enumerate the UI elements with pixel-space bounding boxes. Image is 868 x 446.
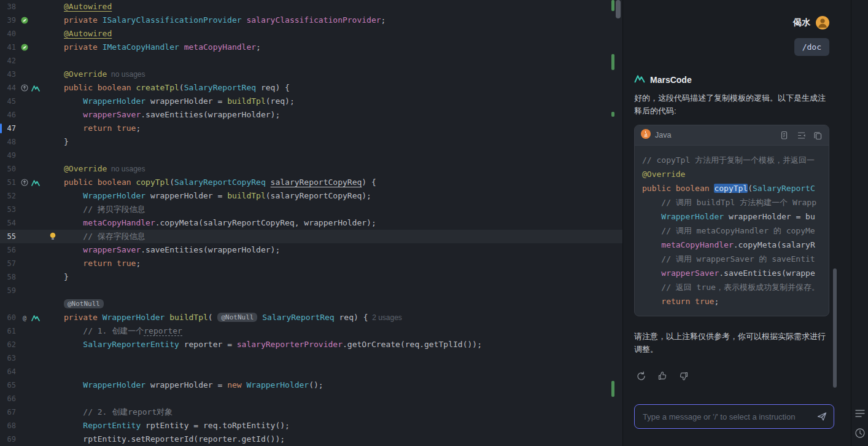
line-number[interactable]: 52 [0,189,16,203]
line-number[interactable]: 54 [0,216,16,230]
line-number[interactable] [0,297,16,311]
line-number[interactable]: 50 [0,162,16,176]
insert-code-icon[interactable] [797,131,806,140]
line-number[interactable]: 51 [0,176,16,189]
editor-line[interactable]: 48} [0,135,622,149]
spring-bean-icon[interactable] [21,44,28,51]
editor-line[interactable]: 46 wrapperSaver.saveEntities(wrapperHold… [0,108,622,122]
line-number[interactable]: 42 [0,54,16,68]
editor-line[interactable]: 51public boolean copyTpl(SalaryReportCop… [0,176,622,189]
gutter-icons [16,149,64,162]
line-number[interactable]: 39 [0,14,16,27]
line-number[interactable]: 61 [0,324,16,338]
line-number[interactable]: 48 [0,135,16,149]
editor-line[interactable]: 45 WrapperHolder wrapperHolder = buildTp… [0,95,622,108]
editor-line[interactable]: 42 [0,54,622,68]
editor-line[interactable]: 47 return true; [0,122,622,135]
editor-line[interactable]: 63 [0,351,622,365]
line-number[interactable]: 53 [0,203,16,216]
line-number[interactable]: 64 [0,365,16,378]
assistant-code-line: wrapperSaver.saveEntities(wrappe [642,266,821,280]
editor-line[interactable]: 44public boolean createTpl(SalaryReportR… [0,81,622,95]
thumbs-up-icon[interactable] [656,369,669,383]
editor-line[interactable]: 52 WrapperHolder wrapperHolder = buildTp… [0,189,622,203]
line-number[interactable]: 44 [0,81,16,95]
line-number[interactable]: 65 [0,378,16,392]
send-icon[interactable] [816,411,827,422]
line-number[interactable]: 67 [0,405,16,419]
menu-icon[interactable] [855,409,865,418]
code-text: private WrapperHolder buildTpl( @NotNull… [64,311,622,324]
editor-line[interactable]: 61 // 1. 创建一个reporter [0,324,622,338]
editor-line[interactable]: 43@Override no usages [0,68,622,81]
editor-scrollbar[interactable] [616,0,621,18]
line-number[interactable]: 58 [0,270,16,284]
marscode-gutter-icon[interactable] [31,85,40,92]
code-editor[interactable]: 38@Autowired39private ISalaryClassificat… [0,0,622,446]
copy-icon[interactable] [813,131,823,140]
code-text [64,284,622,297]
line-number[interactable]: 56 [0,243,16,257]
line-number[interactable]: 46 [0,108,16,122]
line-number[interactable]: 43 [0,68,16,81]
editor-line[interactable]: 57 return true; [0,257,622,270]
editor-line[interactable]: 56 wrapperSaver.saveEntities(wrapperHold… [0,243,622,257]
line-number[interactable]: 41 [0,41,16,54]
user-name: 偈水 [793,17,810,28]
thumbs-down-icon[interactable] [677,369,691,383]
editor-line[interactable]: 39private ISalaryClassificationProvider … [0,14,622,27]
panel-scrollbar[interactable] [833,268,837,388]
line-number[interactable]: 57 [0,257,16,270]
code-text: @Autowired [64,0,622,14]
gutter-icons [16,68,64,81]
editor-line[interactable]: 50@Override no usages [0,162,622,176]
editor-line[interactable]: 38@Autowired [0,0,622,14]
editor-line[interactable]: 67 // 2. 创建report对象 [0,405,622,419]
line-number[interactable]: 49 [0,149,16,162]
regenerate-icon[interactable] [634,369,648,383]
vcs-change-stripe [611,112,614,117]
editor-line[interactable]: 55 // 保存字段信息 [0,230,622,243]
line-number[interactable]: 45 [0,95,16,108]
gutter-icons [16,378,64,392]
override-marker-icon[interactable] [21,84,28,92]
launcher-icon[interactable] [854,428,866,439]
editor-line[interactable]: 40@Autowired [0,27,622,41]
editor-line[interactable]: 53 // 拷贝字段信息 [0,203,622,216]
file-copy-icon[interactable] [780,131,789,140]
editor-line[interactable]: 59 [0,284,622,297]
editor-line[interactable]: 62 SalaryReporterEntity reporter = salar… [0,338,622,351]
editor-line[interactable]: 66 [0,392,622,405]
line-number[interactable]: 60 [0,311,16,324]
line-number[interactable]: 63 [0,351,16,365]
line-number[interactable]: 66 [0,392,16,405]
editor-line[interactable]: @NotNull [0,297,622,311]
line-number[interactable]: 59 [0,284,16,297]
chat-input[interactable] [634,404,834,429]
editor-line[interactable]: 64 [0,365,622,378]
marscode-gutter-icon[interactable] [31,179,40,186]
intention-bulb-icon[interactable] [49,232,56,241]
gutter-icons [16,419,64,432]
spring-bean-icon[interactable] [21,17,28,24]
line-number[interactable]: 69 [0,432,16,446]
gutter-icons [16,81,64,95]
editor-line[interactable]: 58} [0,270,622,284]
line-number[interactable]: 68 [0,419,16,432]
editor-line[interactable]: 65 WrapperHolder wrapperHolder = new Wra… [0,378,622,392]
editor-line[interactable]: 49 [0,149,622,162]
editor-line[interactable]: 41private IMetaCopyHandler metaCopyHandl… [0,41,622,54]
line-number[interactable]: 38 [0,0,16,14]
override-marker-icon[interactable] [21,179,28,186]
line-number[interactable]: 55 [0,230,16,243]
annotation-icon[interactable]: @ [21,314,28,321]
line-number[interactable]: 40 [0,27,16,41]
editor-line[interactable]: 68 ReportEntity rptEntity = req.toRptEnt… [0,419,622,432]
line-number[interactable]: 62 [0,338,16,351]
assistant-message-text: 好的，这段代码描述了复制模板的逻辑。以下是生成注释后的代码: [634,92,829,117]
line-number[interactable]: 47 [0,122,16,135]
editor-line[interactable]: 69 rptEntity.setReporterId(reporter.getI… [0,432,622,446]
editor-line[interactable]: 60@private WrapperHolder buildTpl( @NotN… [0,311,622,324]
editor-line[interactable]: 54 metaCopyHandler.copyMeta(salaryReport… [0,216,622,230]
marscode-gutter-icon[interactable] [31,315,40,321]
